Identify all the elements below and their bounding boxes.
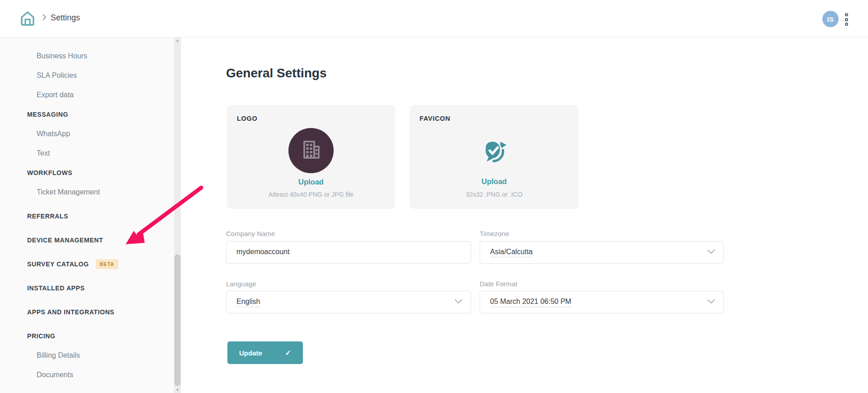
sidebar-item-text[interactable]: Text	[0, 143, 174, 163]
breadcrumb-chevron-icon	[42, 13, 47, 24]
sidebar-item-messaging[interactable]: MESSAGING	[0, 104, 174, 124]
sidebar-item-label: Export data	[37, 91, 74, 99]
logo-upload-button[interactable]: Upload	[227, 178, 395, 186]
language-value: English	[236, 298, 260, 307]
sidebar-item-label: WORKFLOWS	[27, 169, 72, 176]
sidebar-item-label: INSTALLED APPS	[27, 284, 85, 292]
avatar[interactable]: IS	[822, 11, 839, 27]
scroll-down-icon[interactable]: ▼	[174, 388, 181, 392]
kebab-menu-icon[interactable]	[843, 12, 849, 27]
bird-logo-icon	[480, 136, 508, 166]
top-bar: Settings IS	[0, 0, 868, 38]
sidebar-item-label: Business Hours	[37, 52, 87, 60]
sidebar-item-label: Documents	[37, 371, 73, 379]
sidebar-item-business-hours[interactable]: Business Hours	[0, 46, 174, 66]
update-button-label: Update	[239, 349, 262, 357]
timezone-select[interactable]: Asia/Calcutta	[480, 241, 724, 264]
favicon-preview	[479, 136, 509, 166]
date-format-value: 05 March 2021 06:50 PM	[490, 298, 571, 307]
timezone-value: Asia/Calcutta	[490, 248, 533, 257]
sidebar-item-export-data[interactable]: Export data	[0, 85, 174, 104]
chevron-down-icon	[707, 298, 715, 306]
date-format-label: Date Format	[480, 280, 517, 288]
sidebar-item-installed-apps[interactable]: INSTALLED APPS	[0, 278, 174, 298]
timezone-label: Timezone	[480, 230, 509, 237]
chevron-down-icon	[454, 298, 462, 306]
sidebar-item-label: WhatsApp	[37, 130, 70, 138]
beta-badge: BETA	[96, 259, 118, 269]
favicon-upload-hint: 32x32 .PNG or .ICO	[410, 191, 579, 198]
sidebar-scrollbar-thumb[interactable]	[175, 255, 180, 386]
sidebar-item-label: PRICING	[27, 332, 56, 340]
sidebar-item-label: SURVEY CATALOG	[27, 260, 89, 268]
sidebar-item-workflows[interactable]: WORKFLOWS	[0, 163, 174, 182]
date-format-select[interactable]: 05 March 2021 06:50 PM	[480, 291, 724, 313]
sidebar-item-label: SLA Policies	[37, 71, 77, 80]
sidebar-scrollbar[interactable]: ▲ ▼	[174, 38, 181, 393]
company-name-label: Company Name	[226, 230, 275, 237]
check-icon: ✓	[285, 349, 291, 357]
company-name-input[interactable]: mydemoaccount	[226, 241, 471, 264]
sidebar-item-survey-catalog[interactable]: SURVEY CATALOGBETA	[0, 254, 174, 274]
language-select[interactable]: English	[226, 291, 471, 313]
favicon-upload-button[interactable]: Upload	[410, 177, 579, 186]
favicon-card-label: FAVICON	[420, 115, 450, 122]
settings-sidebar: Business HoursSLA PoliciesExport dataMES…	[0, 38, 174, 393]
sidebar-item-documents[interactable]: Documents	[0, 365, 174, 384]
sidebar-item-label: REFERRALS	[27, 213, 68, 220]
sidebar-item-billing-details[interactable]: Billing Details	[0, 346, 174, 365]
company-name-value: mydemoaccount	[236, 248, 289, 257]
sidebar-item-label: Billing Details	[37, 351, 80, 360]
logo-upload-card: LOGO Upload Atleast 40x40 PNG or JPG fil…	[227, 105, 395, 209]
sidebar-item-ticket-management[interactable]: Ticket Management	[0, 182, 174, 202]
breadcrumb[interactable]: Settings	[51, 13, 80, 23]
language-label: Language	[226, 280, 256, 288]
page-title: General Settings	[226, 66, 327, 80]
sidebar-item-whatsapp[interactable]: WhatsApp	[0, 124, 174, 143]
sidebar-item-label: Text	[37, 149, 50, 157]
sidebar-item-label: APPS AND INTEGRATIONS	[27, 308, 114, 316]
logo-card-label: LOGO	[237, 115, 258, 122]
sidebar-item-referrals[interactable]: REFERRALS	[0, 206, 174, 226]
sidebar-item-sla-policies[interactable]: SLA Policies	[0, 66, 174, 85]
scroll-up-icon[interactable]: ▲	[174, 38, 181, 43]
sidebar-item-label: Ticket Management	[37, 188, 100, 196]
logo-preview	[288, 128, 334, 173]
sidebar-item-label: DEVICE MANAGEMENT	[27, 237, 103, 244]
home-icon	[19, 21, 36, 28]
update-button[interactable]: Update ✓	[227, 341, 303, 364]
sidebar-item-device-management[interactable]: DEVICE MANAGEMENT	[0, 230, 174, 250]
home-button[interactable]	[19, 10, 36, 27]
sidebar-item-apps-and-integrations[interactable]: APPS AND INTEGRATIONS	[0, 302, 174, 322]
chevron-down-icon	[707, 248, 715, 256]
sidebar-item-label: MESSAGING	[27, 111, 68, 118]
settings-page: Settings IS Business HoursSLA PoliciesEx…	[0, 0, 868, 393]
building-icon	[299, 138, 323, 163]
logo-upload-hint: Atleast 40x40 PNG or JPG file	[227, 191, 395, 198]
sidebar-item-pricing[interactable]: PRICING	[0, 326, 174, 346]
favicon-upload-card: FAVICON Upload 32x32 .PNG or .ICO	[410, 105, 579, 209]
